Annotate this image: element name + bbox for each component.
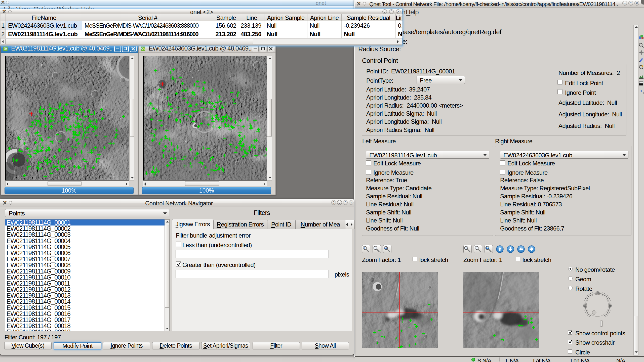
svg-text:1:1: 1:1 [384, 247, 387, 249]
svg-text:1:1: 1:1 [486, 247, 489, 249]
